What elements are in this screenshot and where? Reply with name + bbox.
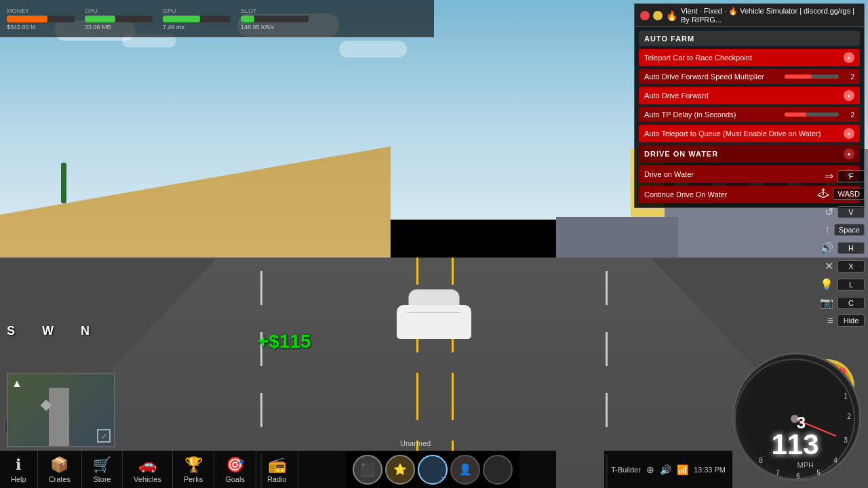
speedo-unit: MPH bbox=[797, 461, 814, 469]
wasd-icon: 🕹 bbox=[818, 188, 829, 200]
refresh-icon: ↺ bbox=[825, 205, 833, 218]
hud-slot: Slot 146.95 KB/s bbox=[241, 7, 309, 30]
taskbar-goals-label: Goals bbox=[225, 475, 245, 483]
cheat-minimize-btn[interactable] bbox=[653, 11, 663, 20]
equipped-item-label: Unarmed bbox=[400, 439, 431, 447]
inv-slot-2[interactable]: ⭐ bbox=[385, 455, 415, 485]
cheat-toggle-autodrive[interactable]: ● bbox=[844, 90, 854, 101]
weapon-slot-2-icon: ⭐ bbox=[393, 463, 407, 476]
weapon-slot-1-icon: ⬛ bbox=[360, 462, 375, 477]
player-car bbox=[393, 278, 475, 339]
perks-icon: 🏆 bbox=[184, 456, 203, 474]
game-viewport: S W N ▲ ⤢ +$115 Money $342.00 M CPU bbox=[0, 0, 868, 488]
help-icon: ℹ bbox=[16, 456, 21, 474]
hud-gpu: GPU 7.49 ms bbox=[163, 7, 231, 30]
keybind-key-v: V bbox=[837, 206, 865, 218]
taskbar-vehicles-label: Vehicles bbox=[134, 475, 161, 483]
gpu-bar-fill bbox=[163, 16, 200, 22]
taskbar-vehicles[interactable]: 🚗 Vehicles bbox=[123, 451, 173, 488]
cloud bbox=[339, 41, 407, 58]
taskbar-goals[interactable]: 🎯 Goals bbox=[214, 451, 256, 488]
compass-w: W bbox=[42, 324, 54, 338]
store-icon: 🛒 bbox=[93, 456, 111, 474]
system-time: 13:33 PM bbox=[694, 466, 726, 474]
cheat-tp-delay[interactable]: Auto TP Delay (in Seconds) 2 bbox=[639, 107, 860, 122]
keybind-key-c: C bbox=[837, 297, 865, 309]
svg-text:1: 1 bbox=[844, 392, 848, 400]
keybinds-panel: ⇒ F 🕹 WASD ↺ V ↑ Space 🔊 H ✕ X 💡 L 📷 bbox=[818, 169, 865, 327]
cheat-title: Vient · Fixed · 🔥 Vehicle Simulator | di… bbox=[681, 7, 859, 24]
minimap[interactable]: ▲ ⤢ bbox=[7, 373, 115, 447]
inv-slot-1[interactable]: ⬛ bbox=[353, 455, 382, 485]
inv-slot-3-active[interactable]: 2 bbox=[418, 455, 448, 485]
taskbar-perks-label: Perks bbox=[184, 475, 203, 483]
cheat-autofarm-header: AUTO FARM bbox=[639, 31, 860, 46]
keybind-key-l: L bbox=[837, 279, 865, 291]
svg-text:7: 7 bbox=[776, 469, 780, 476]
system-tray: T-Builder ⊕ 🔊 📶 13:33 PM bbox=[604, 451, 732, 488]
cheat-close-btn[interactable] bbox=[640, 11, 650, 20]
keybind-x: ✕ X bbox=[818, 260, 865, 272]
cpu-bar-fill bbox=[85, 16, 115, 22]
keybind-h: 🔊 H bbox=[818, 241, 865, 254]
inventory-slots: ⬛ ⭐ 2 👤 bbox=[346, 451, 519, 488]
keybind-key-space: Space bbox=[834, 224, 865, 236]
keybind-key-h: H bbox=[837, 242, 865, 254]
speedo-speed: 113 bbox=[743, 428, 848, 461]
radio-icon: 📻 bbox=[268, 456, 286, 474]
cheat-toggle-dow[interactable]: ● bbox=[844, 148, 854, 159]
taskbar-store[interactable]: 🛒 Store bbox=[82, 451, 123, 488]
taskbar-store-label: Store bbox=[93, 475, 111, 483]
keybind-hide[interactable]: ≡ Hide bbox=[818, 314, 865, 327]
keybind-f: ⇒ F bbox=[818, 169, 865, 182]
keybind-wasd: 🕹 WASD bbox=[818, 188, 865, 200]
player-slot-icon: 👤 bbox=[458, 463, 472, 476]
cactus bbox=[61, 163, 66, 203]
cheat-toggle-tp-queue[interactable]: ● bbox=[844, 128, 854, 139]
top-hud: Money $342.00 M CPU 33.06 MB GPU 7.49 ms… bbox=[0, 0, 434, 37]
horn-icon: 🔊 bbox=[820, 241, 833, 254]
cheat-speed-multiplier[interactable]: Auto Drive Forward Speed Multiplier 2 bbox=[639, 69, 860, 84]
money-bar-fill bbox=[7, 16, 47, 22]
inv-slot-4[interactable]: 👤 bbox=[450, 455, 480, 485]
system-tray-name: T-Builder bbox=[611, 466, 641, 474]
cheat-speed-slider[interactable] bbox=[785, 75, 839, 79]
slot-bar-fill bbox=[241, 16, 254, 22]
camera-icon: 📷 bbox=[820, 296, 833, 309]
hud-money: Money $342.00 M bbox=[7, 7, 75, 30]
compass: S W N bbox=[0, 324, 203, 338]
taskbar-crates-label: Crates bbox=[49, 475, 71, 483]
taskbar-help[interactable]: ℹ Help bbox=[0, 451, 38, 488]
taskbar-perks[interactable]: 🏆 Perks bbox=[173, 451, 214, 488]
inv-slot-3-num: 2 bbox=[441, 476, 444, 483]
forward-icon: ⇒ bbox=[825, 169, 833, 182]
inv-slot-5[interactable] bbox=[483, 455, 513, 485]
cheat-delay-slider[interactable] bbox=[785, 113, 839, 117]
cheat-teleport-car[interactable]: Teleport Car to Race Checkpoint ● bbox=[639, 49, 860, 66]
menu-icon: ≡ bbox=[827, 314, 833, 327]
jump-icon: ↑ bbox=[825, 224, 830, 236]
keybind-key-f: F bbox=[837, 170, 865, 182]
wifi-icon: 📶 bbox=[677, 464, 688, 475]
hud-cpu: CPU 33.06 MB bbox=[85, 7, 153, 30]
x-icon: ✕ bbox=[825, 260, 833, 272]
car-body bbox=[397, 305, 471, 339]
taskbar-help-label: Help bbox=[11, 475, 26, 483]
cheat-toggle-teleport[interactable]: ● bbox=[844, 52, 854, 63]
cheat-auto-tp-queue[interactable]: Auto Teleport to Queue (Must Enable Driv… bbox=[639, 125, 860, 142]
vehicles-icon: 🚗 bbox=[138, 456, 157, 474]
compass-n: N bbox=[81, 324, 90, 338]
svg-text:6: 6 bbox=[796, 472, 800, 480]
cheat-titlebar: 🔥 Vient · Fixed · 🔥 Vehicle Simulator | … bbox=[635, 4, 864, 27]
taskbar-crates[interactable]: 📦 Crates bbox=[38, 451, 82, 488]
taskbar-radio[interactable]: 📻 Radio bbox=[256, 451, 298, 488]
minimap-arrow: ▲ bbox=[12, 378, 22, 390]
cheat-fire-icon: 🔥 bbox=[666, 10, 677, 21]
cheat-drive-on-water-header[interactable]: DRIVE ON WATER ● bbox=[639, 145, 860, 163]
speedometer: 1 2 3 4 5 6 7 8 3 113 MPH bbox=[726, 346, 861, 481]
svg-text:5: 5 bbox=[816, 469, 821, 476]
cheat-auto-drive[interactable]: Auto Drive Forward ● bbox=[639, 87, 860, 104]
light-icon: 💡 bbox=[820, 278, 833, 291]
keybind-key-wasd: WASD bbox=[833, 188, 865, 200]
minimap-expand-btn[interactable]: ⤢ bbox=[97, 429, 111, 443]
